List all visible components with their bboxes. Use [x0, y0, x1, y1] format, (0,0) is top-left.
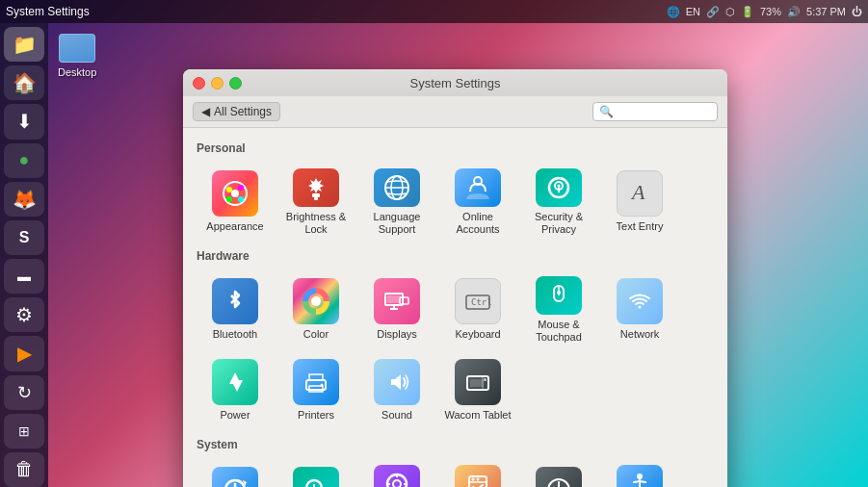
- titlebar: System Settings: [183, 69, 727, 96]
- landscape-service-item[interactable]: Landscape Service: [358, 459, 435, 487]
- displays-icon: [374, 278, 420, 324]
- network-label: Network: [620, 328, 659, 341]
- files-icon: 📁: [13, 33, 37, 56]
- sidebar-item-downloads[interactable]: ⬇: [4, 104, 44, 139]
- svg-point-4: [226, 196, 232, 202]
- security-privacy-label: Security & Privacy: [524, 211, 593, 236]
- desktop-folder-icon[interactable]: Desktop: [58, 34, 96, 78]
- time-icon: [536, 467, 582, 487]
- svg-point-18: [311, 296, 321, 306]
- all-settings-button[interactable]: ◀ All Settings: [193, 102, 280, 121]
- taskbar-right: 🌐 EN 🔗 ⬡ 🔋 73% 🔊 5:37 PM ⏻: [667, 6, 862, 18]
- svg-point-51: [472, 477, 475, 480]
- back-arrow-icon: ◀: [201, 105, 210, 118]
- battery-icon: 🔋: [741, 6, 754, 18]
- sidebar-item-skype[interactable]: S: [4, 220, 44, 255]
- software-icon: [455, 465, 501, 487]
- search-box: 🔍: [592, 102, 718, 121]
- bluetooth-label: Bluetooth: [213, 328, 257, 341]
- time-date-item[interactable]: Time & Date: [520, 459, 597, 487]
- chrome-indicator-icon: 🌐: [667, 6, 680, 18]
- appearance-item[interactable]: Appearance: [197, 163, 274, 240]
- sound-item[interactable]: Sound: [358, 351, 435, 428]
- sidebar-item-vlc[interactable]: ▶: [4, 336, 44, 371]
- keyboard-item[interactable]: Ctrl Keyboard: [439, 270, 516, 347]
- printers-label: Printers: [298, 409, 334, 422]
- network-item[interactable]: Network: [601, 270, 678, 347]
- sound-icon: [374, 359, 420, 405]
- sidebar-item-files[interactable]: 📁: [4, 27, 44, 62]
- svg-point-52: [477, 477, 480, 480]
- text-entry-label: Text Entry: [617, 220, 664, 233]
- svg-point-3: [238, 196, 244, 202]
- color-item[interactable]: Color: [277, 270, 355, 347]
- appearance-icon: [212, 170, 258, 217]
- text-entry-icon: A: [617, 170, 663, 217]
- svg-point-57: [637, 474, 643, 479]
- svg-text:Ctrl: Ctrl: [471, 297, 492, 307]
- close-button[interactable]: [193, 77, 205, 90]
- power-taskbar-icon: ⏻: [852, 6, 862, 17]
- chrome-icon: ●: [19, 150, 30, 170]
- software-updates-item[interactable]: Software & Updates: [439, 459, 516, 487]
- workspace-icon: ⊞: [18, 423, 30, 439]
- backups-item[interactable]: Backups: [197, 459, 274, 487]
- svg-point-1: [226, 187, 232, 192]
- sidebar-item-workspace[interactable]: ⊞: [4, 414, 44, 449]
- section-hardware-label: Hardware: [197, 249, 714, 263]
- language-support-item[interactable]: Language Support: [358, 163, 435, 240]
- svg-rect-6: [312, 193, 320, 197]
- online-accounts-icon: [455, 168, 501, 207]
- printers-item[interactable]: Printers: [277, 351, 355, 428]
- backups-icon: [212, 467, 258, 487]
- language-support-label: Language Support: [362, 211, 432, 236]
- toolbar: ◀ All Settings 🔍: [183, 96, 727, 128]
- svg-point-28: [557, 291, 561, 295]
- color-label: Color: [303, 328, 329, 341]
- sidebar-item-home[interactable]: 🏠: [4, 65, 44, 100]
- brightness-lock-item[interactable]: Brightness & Lock: [277, 163, 355, 240]
- online-accounts-item[interactable]: Online Accounts: [439, 163, 516, 240]
- svg-point-2: [238, 185, 244, 191]
- details-item[interactable]: Details: [277, 459, 355, 487]
- bluetooth-icon: [212, 278, 258, 324]
- home-icon: 🏠: [13, 71, 37, 94]
- language-icon: [374, 168, 420, 207]
- taskbar-title: System Settings: [6, 5, 90, 18]
- color-icon: [293, 278, 339, 324]
- system-grid: Backups Details: [197, 459, 714, 487]
- minimize-button[interactable]: [211, 77, 224, 90]
- taskbar-left: System Settings: [6, 5, 90, 18]
- sidebar-item-terminal[interactable]: ▬: [4, 259, 44, 294]
- text-entry-item[interactable]: A Text Entry: [601, 163, 678, 240]
- all-settings-label: All Settings: [214, 105, 272, 118]
- sidebar-item-update[interactable]: ↻: [4, 375, 44, 410]
- bluetooth-item[interactable]: Bluetooth: [197, 270, 274, 347]
- sidebar-item-settings[interactable]: ⚙: [4, 297, 44, 332]
- wacom-tablet-item[interactable]: Wacom Tablet: [439, 351, 516, 428]
- maximize-button[interactable]: [229, 77, 242, 90]
- svg-rect-20: [387, 295, 401, 303]
- keyboard-icon: Ctrl: [455, 278, 501, 324]
- search-input[interactable]: [614, 105, 711, 118]
- sidebar-item-chrome[interactable]: ●: [4, 143, 44, 178]
- security-privacy-item[interactable]: Security & Privacy: [520, 163, 597, 240]
- brightness-lock-label: Brightness & Lock: [281, 211, 351, 236]
- battery-percent: 73%: [760, 6, 781, 17]
- downloads-icon: ⬇: [16, 110, 33, 133]
- window-title: System Settings: [410, 76, 501, 90]
- displays-item[interactable]: Displays: [358, 270, 435, 347]
- landscape-icon: [374, 465, 420, 487]
- power-label: Power: [220, 409, 250, 422]
- universal-access-icon: [617, 465, 663, 487]
- sidebar-item-trash[interactable]: 🗑: [4, 452, 44, 487]
- power-item[interactable]: Power: [197, 351, 274, 428]
- bluetooth-taskbar-icon: ⬡: [725, 6, 735, 18]
- keyboard-label: Keyboard: [455, 328, 500, 341]
- sidebar-item-firefox[interactable]: 🦊: [4, 182, 44, 217]
- search-icon: 🔍: [599, 105, 614, 118]
- mouse-touchpad-item[interactable]: Mouse & Touchpad: [520, 270, 597, 347]
- universal-access-item[interactable]: Universal Access: [601, 459, 678, 487]
- update-icon: ↻: [17, 382, 32, 403]
- wacom-icon: [455, 359, 501, 405]
